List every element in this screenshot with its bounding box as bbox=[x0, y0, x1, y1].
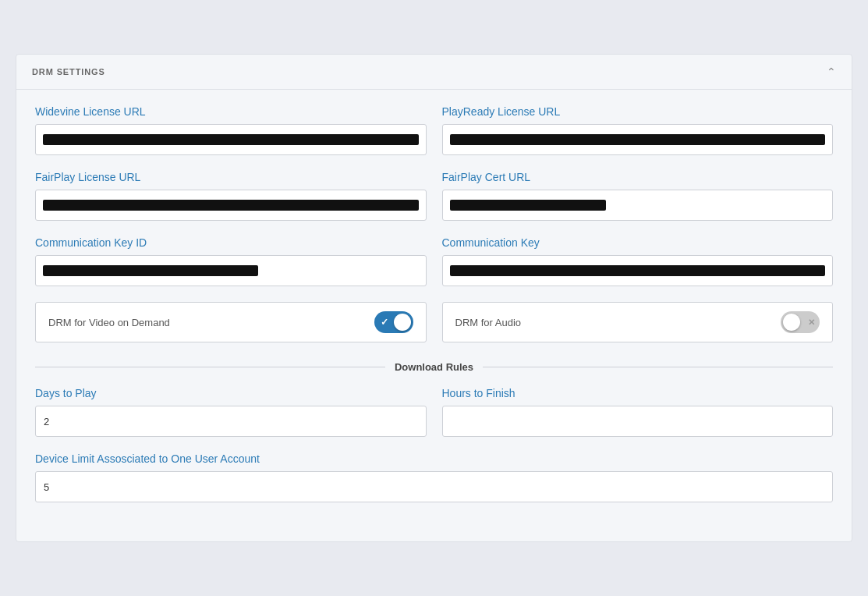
widevine-input[interactable] bbox=[35, 124, 427, 155]
divider-right bbox=[483, 367, 833, 367]
collapse-icon[interactable]: ⌃ bbox=[827, 66, 836, 78]
divider-left bbox=[35, 367, 385, 367]
comm-key-label: Communication Key bbox=[442, 236, 834, 249]
row-widevine-playready: Widevine License URL PlayReady License U… bbox=[35, 105, 833, 155]
days-to-play-group: Days to Play bbox=[35, 387, 427, 437]
device-limit-label: Device Limit Assosciated to One User Acc… bbox=[35, 452, 833, 465]
row-device-limit: Device Limit Assosciated to One User Acc… bbox=[35, 452, 833, 502]
device-limit-input[interactable] bbox=[35, 471, 833, 502]
hours-to-finish-input[interactable] bbox=[442, 406, 834, 437]
drm-vod-label: DRM for Video on Demand bbox=[48, 317, 170, 328]
drm-settings-panel: DRM SETTINGS ⌃ Widevine License URL Play… bbox=[16, 54, 852, 542]
widevine-input-wrapper bbox=[35, 124, 427, 155]
hours-to-finish-group: Hours to Finish bbox=[442, 387, 834, 437]
comm-key-id-label: Communication Key ID bbox=[35, 236, 427, 249]
device-limit-group: Device Limit Assosciated to One User Acc… bbox=[35, 452, 833, 502]
drm-vod-box: DRM for Video on Demand ✓ bbox=[35, 302, 427, 342]
comm-key-group: Communication Key bbox=[442, 236, 834, 286]
fairplay-license-group: FairPlay License URL bbox=[35, 171, 427, 221]
playready-group: PlayReady License URL bbox=[442, 105, 834, 155]
panel-header: DRM SETTINGS ⌃ bbox=[16, 55, 852, 90]
drm-audio-label: DRM for Audio bbox=[455, 317, 522, 328]
fairplay-cert-input[interactable] bbox=[442, 190, 834, 221]
row-download-rules: Days to Play Hours to Finish bbox=[35, 387, 833, 437]
toggle-knob-audio bbox=[783, 314, 800, 331]
playready-input-wrapper bbox=[442, 124, 834, 155]
fairplay-license-input-wrapper bbox=[35, 190, 427, 221]
download-rules-divider: Download Rules bbox=[35, 361, 833, 373]
playready-label: PlayReady License URL bbox=[442, 105, 834, 118]
comm-key-id-input[interactable] bbox=[35, 255, 427, 286]
panel-body: Widevine License URL PlayReady License U… bbox=[16, 90, 852, 541]
widevine-label: Widevine License URL bbox=[35, 105, 427, 118]
comm-key-id-group: Communication Key ID bbox=[35, 236, 427, 286]
drm-vod-toggle[interactable]: ✓ bbox=[374, 311, 413, 333]
fairplay-license-label: FairPlay License URL bbox=[35, 171, 427, 183]
panel-title: DRM SETTINGS bbox=[32, 67, 105, 76]
widevine-group: Widevine License URL bbox=[35, 105, 427, 155]
days-to-play-label: Days to Play bbox=[35, 387, 427, 399]
days-to-play-input[interactable] bbox=[35, 406, 427, 437]
toggle-row: DRM for Video on Demand ✓ DRM for Audio … bbox=[35, 302, 833, 342]
comm-key-id-input-wrapper bbox=[35, 255, 427, 286]
toggle-check-icon: ✓ bbox=[381, 317, 388, 328]
fairplay-cert-label: FairPlay Cert URL bbox=[442, 171, 834, 183]
comm-key-input-wrapper bbox=[442, 255, 834, 286]
row-fairplay: FairPlay License URL FairPlay Cert URL bbox=[35, 171, 833, 221]
fairplay-cert-group: FairPlay Cert URL bbox=[442, 171, 834, 221]
toggle-x-icon: ✕ bbox=[808, 318, 815, 328]
playready-input[interactable] bbox=[442, 124, 834, 155]
hours-to-finish-label: Hours to Finish bbox=[442, 387, 834, 399]
drm-audio-toggle[interactable]: ✕ bbox=[781, 311, 820, 333]
fairplay-cert-input-wrapper bbox=[442, 190, 834, 221]
drm-audio-box: DRM for Audio ✕ bbox=[442, 302, 834, 342]
fairplay-license-input[interactable] bbox=[35, 190, 427, 221]
comm-key-input[interactable] bbox=[442, 255, 834, 286]
row-comm-keys: Communication Key ID Communication Key bbox=[35, 236, 833, 286]
download-rules-title: Download Rules bbox=[395, 361, 473, 373]
toggle-knob bbox=[394, 314, 411, 331]
